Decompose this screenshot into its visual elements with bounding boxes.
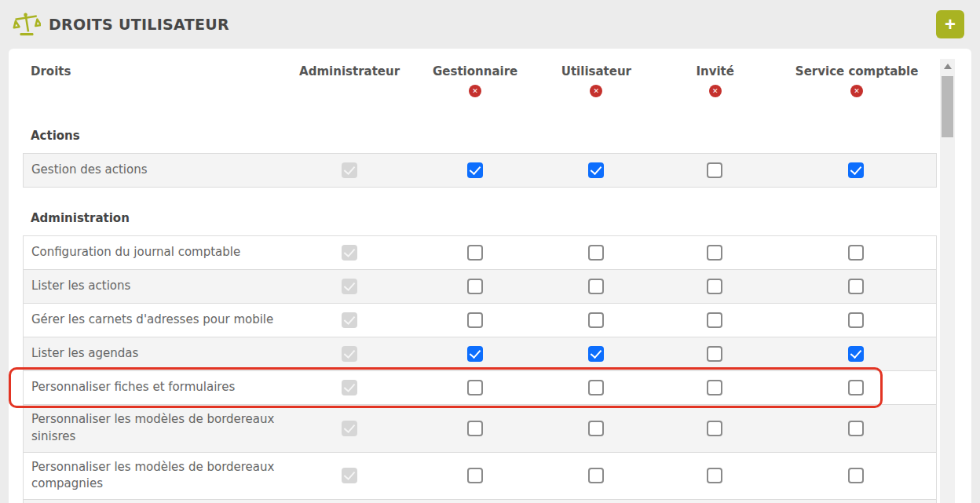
checkbox-service-comptable[interactable] bbox=[848, 312, 864, 328]
checkbox-gestionnaire[interactable] bbox=[467, 346, 483, 362]
remove-role-icon[interactable]: ✕ bbox=[709, 85, 722, 97]
table-row: Gérer les carnets d'adresses pour mobile bbox=[23, 303, 937, 337]
checkbox-invit-[interactable] bbox=[707, 162, 722, 178]
checkbox-cell bbox=[288, 421, 411, 436]
checkbox-administrateur bbox=[342, 162, 357, 178]
checkbox-gestionnaire[interactable] bbox=[467, 279, 483, 294]
checkbox-service-comptable[interactable] bbox=[848, 245, 864, 261]
section-header: Administration bbox=[23, 211, 937, 225]
checkbox-cell bbox=[411, 421, 539, 436]
checkbox-service-comptable[interactable] bbox=[848, 468, 864, 483]
checkbox-utilisateur[interactable] bbox=[588, 162, 604, 178]
checkbox-cell bbox=[777, 380, 936, 395]
right-label: Lister les actions bbox=[24, 275, 288, 298]
checkbox-cell bbox=[411, 162, 539, 178]
checkbox-invit-[interactable] bbox=[707, 312, 722, 328]
checkbox-administrateur bbox=[342, 421, 357, 436]
section-actions: ActionsGestion des actions bbox=[23, 129, 937, 188]
checkbox-gestionnaire[interactable] bbox=[467, 312, 483, 328]
column-header-gestionnaire: Gestionnaire✕ bbox=[411, 64, 539, 97]
checkbox-utilisateur[interactable] bbox=[588, 421, 604, 436]
checkbox-invit-[interactable] bbox=[707, 346, 722, 362]
column-header-label: Service comptable bbox=[795, 64, 919, 78]
checkbox-administrateur bbox=[342, 380, 357, 395]
checkbox-cell bbox=[288, 346, 411, 362]
checkbox-utilisateur[interactable] bbox=[588, 279, 604, 294]
checkbox-gestionnaire[interactable] bbox=[467, 245, 483, 261]
checkbox-cell bbox=[411, 346, 539, 362]
checkbox-cell bbox=[539, 279, 653, 294]
section-administration: AdministrationConfiguration du journal c… bbox=[23, 211, 937, 500]
checkbox-invit-[interactable] bbox=[707, 380, 722, 395]
checkbox-cell bbox=[411, 279, 539, 294]
remove-role-icon[interactable]: ✕ bbox=[469, 85, 481, 97]
checkbox-cell bbox=[777, 279, 936, 294]
checkbox-gestionnaire[interactable] bbox=[467, 421, 483, 436]
right-label: Personnaliser fiches et formulaires bbox=[24, 376, 288, 399]
table-row: Lister les agendas bbox=[23, 337, 937, 371]
checkbox-cell bbox=[653, 468, 777, 483]
scroll-up-arrow[interactable] bbox=[940, 59, 955, 73]
right-label: Personnaliser les modèles de bordereaux … bbox=[24, 456, 288, 497]
checkbox-invit-[interactable] bbox=[707, 279, 722, 294]
column-header-service-comptable: Service comptable✕ bbox=[777, 64, 937, 97]
add-button[interactable]: + bbox=[936, 10, 964, 38]
checkbox-cell bbox=[411, 468, 539, 483]
checkbox-service-comptable[interactable] bbox=[848, 421, 864, 436]
checkbox-cell bbox=[539, 380, 653, 395]
scrollbar-thumb[interactable] bbox=[942, 76, 953, 137]
checkbox-invit-[interactable] bbox=[707, 245, 722, 261]
checkbox-service-comptable[interactable] bbox=[848, 279, 864, 294]
column-header-droits: Droits bbox=[23, 64, 288, 78]
checkbox-cell bbox=[539, 346, 653, 362]
checkbox-cell bbox=[653, 312, 777, 328]
checkbox-cell bbox=[653, 245, 777, 261]
right-label: Gérer les carnets d'adresses pour mobile bbox=[24, 308, 288, 332]
checkbox-administrateur bbox=[342, 245, 357, 261]
table-body: ActionsGestion des actionsAdministration… bbox=[23, 129, 937, 500]
checkbox-cell bbox=[539, 312, 653, 328]
table-row: Configuration du journal comptable bbox=[23, 235, 937, 270]
checkbox-utilisateur[interactable] bbox=[588, 312, 604, 328]
checkbox-cell bbox=[653, 279, 777, 294]
table-row: Gestion des actions bbox=[23, 153, 937, 188]
checkbox-cell bbox=[777, 245, 936, 261]
checkbox-cell bbox=[539, 162, 653, 178]
column-header-label: Droits bbox=[31, 64, 71, 78]
scales-icon bbox=[13, 12, 41, 37]
checkbox-cell bbox=[653, 421, 777, 436]
checkbox-gestionnaire[interactable] bbox=[467, 468, 483, 483]
scrollbar[interactable] bbox=[940, 59, 955, 503]
checkbox-cell bbox=[777, 468, 936, 483]
checkbox-utilisateur[interactable] bbox=[588, 468, 604, 483]
checkbox-cell bbox=[411, 312, 539, 328]
checkbox-utilisateur[interactable] bbox=[588, 245, 604, 261]
checkbox-utilisateur[interactable] bbox=[588, 380, 604, 395]
checkbox-service-comptable[interactable] bbox=[848, 162, 864, 178]
checkbox-gestionnaire[interactable] bbox=[467, 380, 483, 395]
checkbox-cell bbox=[653, 380, 777, 395]
table-row: Lister les actions bbox=[23, 269, 937, 304]
checkbox-gestionnaire[interactable] bbox=[467, 162, 483, 178]
table-row: Personnaliser les modèles de bordereaux … bbox=[23, 404, 937, 453]
remove-role-icon[interactable]: ✕ bbox=[590, 85, 602, 97]
checkbox-service-comptable[interactable] bbox=[848, 380, 864, 395]
checkbox-cell bbox=[288, 279, 411, 294]
checkbox-cell bbox=[411, 245, 539, 261]
section-header: Actions bbox=[23, 129, 937, 143]
checkbox-cell bbox=[288, 468, 411, 483]
checkbox-cell bbox=[653, 346, 777, 362]
column-header-label: Gestionnaire bbox=[433, 64, 517, 78]
checkbox-cell bbox=[777, 162, 936, 178]
checkbox-invit-[interactable] bbox=[707, 421, 722, 436]
remove-role-icon[interactable]: ✕ bbox=[850, 85, 863, 97]
checkbox-cell bbox=[539, 245, 653, 261]
right-label: Lister les agendas bbox=[24, 342, 288, 366]
checkbox-cell bbox=[288, 380, 411, 395]
checkbox-utilisateur[interactable] bbox=[588, 346, 604, 362]
right-label: Personnaliser les modèles de bordereaux … bbox=[24, 408, 288, 449]
checkbox-service-comptable[interactable] bbox=[848, 346, 864, 362]
table-header: DroitsAdministrateurGestionnaire✕Utilisa… bbox=[23, 64, 937, 97]
checkbox-cell bbox=[539, 468, 653, 483]
checkbox-invit-[interactable] bbox=[707, 468, 722, 483]
